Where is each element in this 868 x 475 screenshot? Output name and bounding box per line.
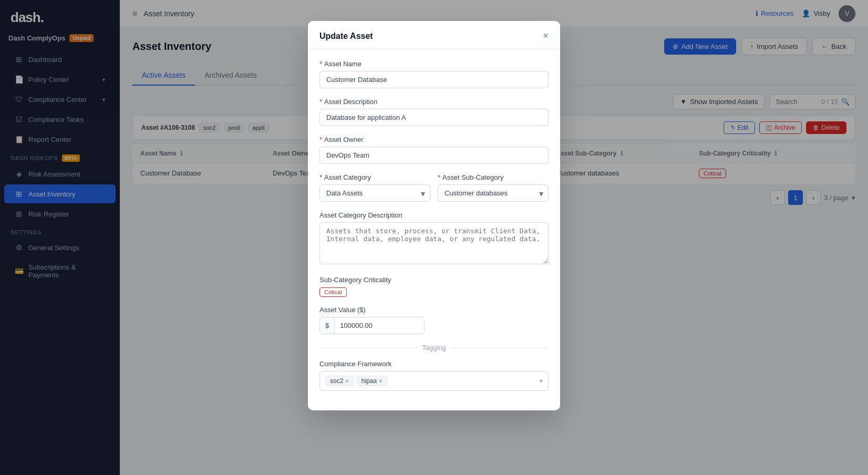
framework-tag-soc2: soc2 × — [325, 376, 354, 386]
chevron-down-icon: ▾ — [540, 377, 543, 385]
modal-title: Update Asset — [319, 32, 373, 41]
required-star: * — [319, 98, 322, 106]
modal-body: * Asset Name * Asset Description * Asset… — [308, 49, 560, 410]
criticality-group: Sub-Category Criticality Critical — [319, 276, 549, 296]
asset-value-label: Asset Value ($) — [319, 306, 549, 314]
asset-category-select[interactable]: Data Assets — [319, 184, 430, 202]
asset-sub-category-select[interactable]: Customer databases — [438, 184, 549, 202]
asset-description-input[interactable] — [319, 109, 549, 126]
required-star: * — [438, 173, 440, 181]
asset-sub-category-select-wrapper: Customer databases ▾ — [438, 184, 549, 202]
asset-value-group: Asset Value ($) $ — [319, 306, 549, 334]
compliance-framework-input[interactable]: soc2 × hipaa × ▾ — [319, 371, 549, 391]
category-description-group: Asset Category Description — [319, 211, 549, 266]
asset-name-input[interactable] — [319, 71, 549, 88]
compliance-framework-group: Compliance Framework soc2 × hipaa × ▾ — [319, 360, 549, 391]
asset-description-label: * Asset Description — [319, 98, 549, 106]
required-star: * — [319, 136, 322, 143]
asset-category-select-wrapper: Data Assets ▾ — [319, 184, 430, 202]
category-description-textarea[interactable] — [319, 222, 549, 264]
criticality-badge: Critical — [319, 287, 347, 297]
asset-name-label: * Asset Name — [319, 60, 549, 68]
asset-category-group: * Asset Category Data Assets ▾ — [319, 173, 430, 202]
modal-header: Update Asset × — [308, 21, 560, 49]
asset-owner-input[interactable] — [319, 147, 549, 164]
asset-name-group: * Asset Name — [319, 60, 549, 88]
category-description-label: Asset Category Description — [319, 211, 549, 219]
criticality-label: Sub-Category Criticality — [319, 276, 549, 284]
asset-value-input[interactable] — [335, 317, 425, 334]
required-star: * — [319, 60, 322, 68]
modal-close-button[interactable]: × — [543, 30, 549, 42]
asset-owner-label: * Asset Owner — [319, 136, 549, 143]
asset-owner-group: * Asset Owner — [319, 136, 549, 164]
modal-overlay[interactable]: Update Asset × * Asset Name * Asset Desc… — [0, 0, 868, 475]
asset-description-group: * Asset Description — [319, 98, 549, 126]
tagging-divider: Tagging — [319, 344, 549, 352]
asset-category-label: * Asset Category — [319, 173, 430, 181]
remove-soc2-tag[interactable]: × — [345, 378, 348, 384]
remove-hipaa-tag[interactable]: × — [379, 378, 382, 384]
asset-sub-category-label: * Asset Sub-Category — [438, 173, 549, 181]
required-star: * — [319, 173, 322, 181]
compliance-framework-label: Compliance Framework — [319, 360, 549, 368]
dollar-prefix: $ — [320, 317, 335, 334]
asset-value-input-group: $ — [319, 317, 425, 334]
category-row: * Asset Category Data Assets ▾ * Asset S… — [319, 173, 549, 211]
asset-sub-category-group: * Asset Sub-Category Customer databases … — [438, 173, 549, 202]
framework-tag-hipaa: hipaa × — [357, 376, 387, 386]
update-asset-modal: Update Asset × * Asset Name * Asset Desc… — [308, 21, 560, 410]
